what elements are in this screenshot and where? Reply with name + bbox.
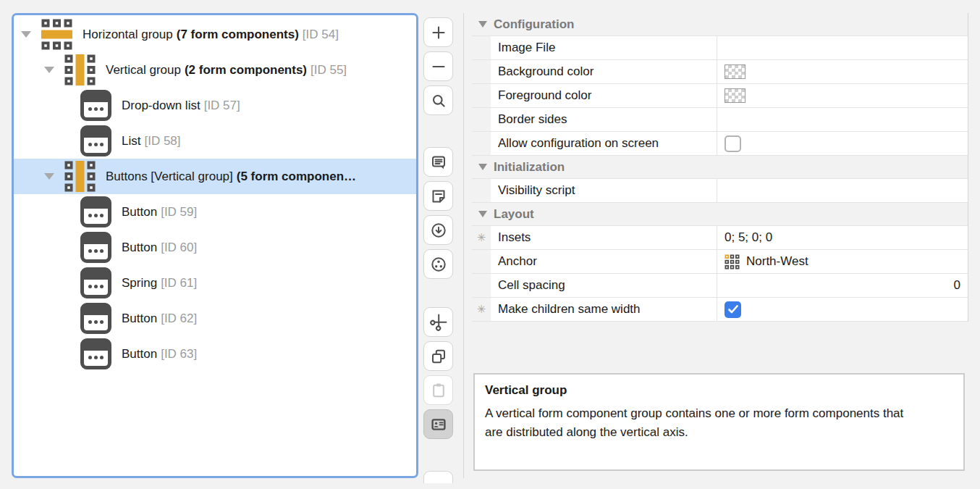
tree-item-count: (5 form componen… <box>237 170 356 184</box>
tree-item-id: [ID 63] <box>161 347 197 361</box>
description-panel: Vertical group A vertical form component… <box>473 373 965 471</box>
tree-item-label: Button <box>122 347 157 361</box>
allow-configuration-checkbox[interactable] <box>725 135 741 152</box>
property-label: Cell spacing <box>491 274 717 297</box>
comment-button[interactable] <box>423 147 453 177</box>
tree-item-horizontal-group[interactable]: Horizontal group (7 form components) [ID… <box>14 17 416 52</box>
add-button[interactable] <box>423 17 453 47</box>
contact-card-icon <box>430 416 447 433</box>
tree-item-buttons-vertical-group[interactable]: Buttons [Vertical group] (5 form compone… <box>14 159 416 194</box>
component-icon <box>80 303 111 334</box>
property-row-cell-spacing: Cell spacing 0 <box>472 274 968 298</box>
form-designer-window: Horizontal group (7 form components) [ID… <box>0 0 980 489</box>
remove-button[interactable] <box>423 51 453 81</box>
vertical-group-icon <box>64 161 96 192</box>
border-sides-value[interactable] <box>717 108 968 131</box>
speech-bubble-icon <box>430 154 447 171</box>
plus-icon <box>430 24 447 41</box>
note-button[interactable] <box>423 181 453 211</box>
horizontal-group-icon <box>41 19 72 50</box>
tree-item-label: List <box>122 134 140 149</box>
dots-circle-icon <box>430 256 447 273</box>
section-title: Configuration <box>494 17 574 32</box>
component-icon <box>80 338 111 369</box>
image-file-value[interactable] <box>717 36 968 59</box>
tree-item-id: [ID 58] <box>144 134 180 149</box>
property-row-image-file: Image File <box>472 36 968 60</box>
property-row-anchor: Anchor North-West <box>472 250 968 274</box>
component-tree-panel: Horizontal group (7 form components) [ID… <box>12 13 418 478</box>
details-card-button[interactable] <box>423 409 453 439</box>
scissors-icon <box>430 314 447 331</box>
property-row-insets: ✳ Insets 0; 5; 0; 0 <box>472 226 968 250</box>
search-button[interactable] <box>423 85 453 115</box>
property-row-background-color: Background color <box>472 60 968 84</box>
property-row-visibility-script: Visibility script <box>472 179 968 203</box>
tree-item-count: (2 form components) <box>185 63 307 78</box>
tree-item-label: Button <box>122 241 157 255</box>
property-row-allow-configuration: Allow configuration on screen <box>472 132 968 156</box>
property-grid: Configuration Image File Background colo… <box>472 13 968 322</box>
transparent-color-swatch[interactable] <box>725 64 745 79</box>
property-row-border-sides: Border sides <box>472 108 968 132</box>
tree-item-label: Button <box>122 205 157 220</box>
checkmark-icon <box>728 305 738 314</box>
tree-item-id: [ID 61] <box>161 276 197 291</box>
tree-item-id: [ID 60] <box>161 241 197 255</box>
component-icon <box>80 232 111 263</box>
copy-icon <box>430 348 447 365</box>
tree-item-button-63[interactable]: Button [ID 63] <box>14 336 416 372</box>
tree-item-id: [ID 57] <box>204 99 240 113</box>
component-icon <box>80 267 111 298</box>
tree-item-vertical-group[interactable]: Vertical group (2 form components) [ID 5… <box>14 52 416 88</box>
property-label: Visibility script <box>491 179 717 202</box>
import-button[interactable] <box>423 215 453 245</box>
cut-button[interactable] <box>423 307 453 337</box>
tree-item-id: [ID 62] <box>161 312 197 326</box>
tree-item-list[interactable]: List [ID 58] <box>14 123 416 159</box>
tree-item-spring-61[interactable]: Spring [ID 61] <box>14 265 416 301</box>
section-title: Layout <box>494 207 534 222</box>
cell-spacing-value[interactable]: 0 <box>717 274 968 297</box>
expander-icon[interactable] <box>20 31 32 38</box>
property-label: Make children same width <box>491 298 717 321</box>
property-label: Allow configuration on screen <box>491 132 717 155</box>
collapse-triangle-icon <box>478 21 487 28</box>
note-icon <box>430 188 447 205</box>
transparent-color-swatch[interactable] <box>725 88 745 103</box>
section-header-initialization[interactable]: Initialization <box>472 156 968 179</box>
expander-icon[interactable] <box>43 173 55 180</box>
modified-marker-icon: ✳ <box>477 304 486 315</box>
property-row-foreground-color: Foreground color <box>472 84 968 108</box>
component-tree: Horizontal group (7 form components) [ID… <box>14 15 416 372</box>
options-button[interactable] <box>423 249 453 279</box>
property-row-make-children-same-width: ✳ Make children same width <box>472 298 968 322</box>
tree-item-label: Buttons [Vertical group] <box>106 170 233 184</box>
anchor-value[interactable]: North-West <box>717 250 968 273</box>
tree-item-label: Vertical group <box>106 63 181 78</box>
make-children-same-width-checkbox[interactable] <box>725 301 741 318</box>
anchor-north-west-icon <box>725 254 740 269</box>
tree-item-button-62[interactable]: Button [ID 62] <box>14 301 416 336</box>
toolbar-separator <box>463 13 464 478</box>
insets-value[interactable]: 0; 5; 0; 0 <box>717 226 968 249</box>
copy-button[interactable] <box>423 341 453 371</box>
section-header-configuration[interactable]: Configuration <box>472 13 968 36</box>
expander-icon[interactable] <box>43 67 55 73</box>
section-header-layout[interactable]: Layout <box>472 203 968 226</box>
modified-marker-icon: ✳ <box>477 233 486 243</box>
property-label: Border sides <box>491 108 717 131</box>
more-button[interactable] <box>423 471 453 483</box>
component-icon <box>80 90 111 121</box>
tree-item-id: [ID 54] <box>303 28 339 42</box>
clipboard-icon <box>430 382 447 399</box>
tree-item-label: Spring <box>122 276 157 291</box>
tree-item-count: (7 form components) <box>177 28 299 42</box>
visibility-script-value[interactable] <box>717 179 968 202</box>
property-label: Anchor <box>491 250 717 273</box>
tree-item-id: [ID 59] <box>161 205 197 220</box>
tree-item-button-60[interactable]: Button [ID 60] <box>14 230 416 265</box>
paste-button[interactable] <box>423 375 453 405</box>
tree-item-dropdown-list[interactable]: Drop-down list [ID 57] <box>14 88 416 123</box>
tree-item-button-59[interactable]: Button [ID 59] <box>14 194 416 230</box>
